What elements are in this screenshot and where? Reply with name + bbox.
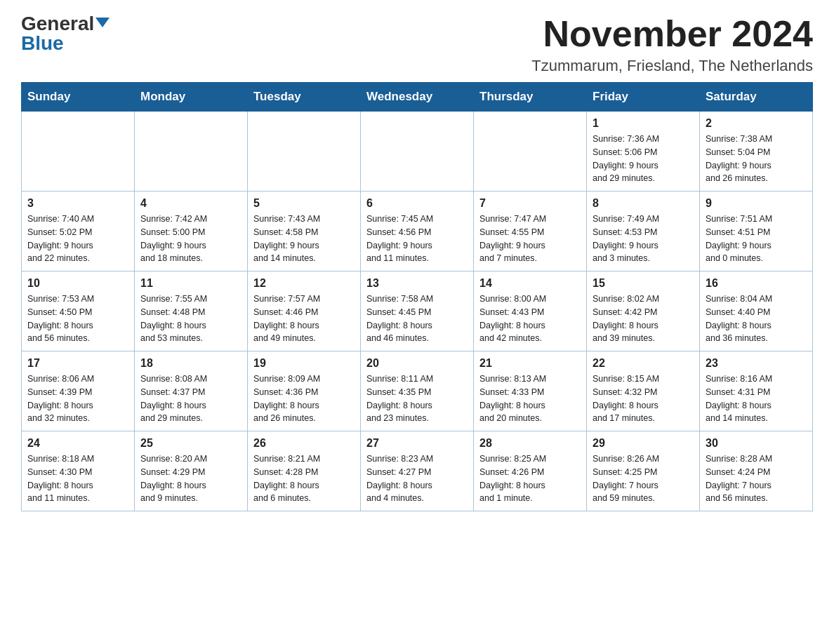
calendar-cell: 9Sunrise: 7:51 AMSunset: 4:51 PMDaylight… [700, 192, 813, 271]
day-number: 17 [27, 357, 128, 370]
header: General Blue November 2024 Tzummarum, Fr… [21, 14, 813, 75]
calendar-cell: 23Sunrise: 8:16 AMSunset: 4:31 PMDayligh… [700, 351, 813, 431]
day-number: 5 [253, 197, 355, 210]
day-info: Sunrise: 7:40 AMSunset: 5:02 PMDaylight:… [27, 213, 128, 265]
day-info: Sunrise: 8:20 AMSunset: 4:29 PMDaylight:… [140, 452, 241, 505]
calendar-cell: 3Sunrise: 7:40 AMSunset: 5:02 PMDaylight… [22, 192, 135, 271]
day-number: 14 [479, 277, 581, 290]
day-number: 20 [366, 357, 468, 370]
day-info: Sunrise: 7:49 AMSunset: 4:53 PMDaylight:… [593, 213, 694, 265]
day-info: Sunrise: 7:45 AMSunset: 4:56 PMDaylight:… [366, 213, 468, 265]
calendar-week-row: 24Sunrise: 8:18 AMSunset: 4:30 PMDayligh… [22, 431, 813, 511]
weekday-header-thursday: Thursday [474, 83, 587, 112]
day-info: Sunrise: 8:09 AMSunset: 4:36 PMDaylight:… [253, 373, 355, 425]
day-info: Sunrise: 8:08 AMSunset: 4:37 PMDaylight:… [140, 373, 241, 425]
day-info: Sunrise: 7:36 AMSunset: 5:06 PMDaylight:… [593, 133, 694, 185]
day-info: Sunrise: 7:51 AMSunset: 4:51 PMDaylight:… [706, 213, 807, 265]
day-number: 25 [140, 437, 241, 450]
calendar-week-row: 10Sunrise: 7:53 AMSunset: 4:50 PMDayligh… [22, 271, 813, 351]
day-info: Sunrise: 8:26 AMSunset: 4:25 PMDaylight:… [593, 452, 694, 505]
day-number: 3 [27, 197, 128, 210]
calendar-cell: 14Sunrise: 8:00 AMSunset: 4:43 PMDayligh… [474, 271, 587, 351]
calendar-cell [361, 112, 474, 192]
calendar-week-row: 3Sunrise: 7:40 AMSunset: 5:02 PMDaylight… [22, 192, 813, 271]
calendar-cell: 20Sunrise: 8:11 AMSunset: 4:35 PMDayligh… [361, 351, 474, 431]
day-info: Sunrise: 8:02 AMSunset: 4:42 PMDaylight:… [593, 293, 694, 345]
calendar-cell: 15Sunrise: 8:02 AMSunset: 4:42 PMDayligh… [587, 271, 700, 351]
day-number: 26 [253, 437, 355, 450]
location-title: Tzummarum, Friesland, The Netherlands [531, 57, 813, 75]
logo-arrow-icon [95, 18, 110, 27]
day-number: 2 [706, 117, 807, 130]
day-number: 30 [706, 437, 807, 450]
calendar-cell: 30Sunrise: 8:28 AMSunset: 4:24 PMDayligh… [700, 431, 813, 511]
calendar-cell: 19Sunrise: 8:09 AMSunset: 4:36 PMDayligh… [248, 351, 361, 431]
calendar-cell: 26Sunrise: 8:21 AMSunset: 4:28 PMDayligh… [248, 431, 361, 511]
calendar-cell: 25Sunrise: 8:20 AMSunset: 4:29 PMDayligh… [135, 431, 248, 511]
day-info: Sunrise: 8:06 AMSunset: 4:39 PMDaylight:… [27, 373, 128, 425]
day-info: Sunrise: 8:11 AMSunset: 4:35 PMDaylight:… [366, 373, 468, 425]
day-info: Sunrise: 7:55 AMSunset: 4:48 PMDaylight:… [140, 293, 241, 345]
day-number: 12 [253, 277, 355, 290]
calendar-cell: 8Sunrise: 7:49 AMSunset: 4:53 PMDaylight… [587, 192, 700, 271]
calendar-cell: 24Sunrise: 8:18 AMSunset: 4:30 PMDayligh… [22, 431, 135, 511]
calendar-week-row: 17Sunrise: 8:06 AMSunset: 4:39 PMDayligh… [22, 351, 813, 431]
calendar-cell: 13Sunrise: 7:58 AMSunset: 4:45 PMDayligh… [361, 271, 474, 351]
day-info: Sunrise: 8:28 AMSunset: 4:24 PMDaylight:… [706, 452, 807, 505]
day-number: 10 [27, 277, 128, 290]
day-number: 6 [366, 197, 468, 210]
day-number: 19 [253, 357, 355, 370]
weekday-header-row: SundayMondayTuesdayWednesdayThursdayFrid… [22, 83, 813, 112]
day-info: Sunrise: 7:57 AMSunset: 4:46 PMDaylight:… [253, 293, 355, 345]
calendar-cell: 5Sunrise: 7:43 AMSunset: 4:58 PMDaylight… [248, 192, 361, 271]
day-info: Sunrise: 8:15 AMSunset: 4:32 PMDaylight:… [593, 373, 694, 425]
day-number: 1 [593, 117, 694, 130]
day-info: Sunrise: 8:21 AMSunset: 4:28 PMDaylight:… [253, 452, 355, 505]
day-number: 21 [479, 357, 581, 370]
calendar-cell [474, 112, 587, 192]
day-number: 18 [140, 357, 241, 370]
day-number: 11 [140, 277, 241, 290]
weekday-header-monday: Monday [135, 83, 248, 112]
day-info: Sunrise: 8:16 AMSunset: 4:31 PMDaylight:… [706, 373, 807, 425]
calendar-cell: 1Sunrise: 7:36 AMSunset: 5:06 PMDaylight… [587, 112, 700, 192]
calendar-cell: 21Sunrise: 8:13 AMSunset: 4:33 PMDayligh… [474, 351, 587, 431]
calendar-week-row: 1Sunrise: 7:36 AMSunset: 5:06 PMDaylight… [22, 112, 813, 192]
calendar-cell: 18Sunrise: 8:08 AMSunset: 4:37 PMDayligh… [135, 351, 248, 431]
day-info: Sunrise: 8:23 AMSunset: 4:27 PMDaylight:… [366, 452, 468, 505]
calendar-cell: 16Sunrise: 8:04 AMSunset: 4:40 PMDayligh… [700, 271, 813, 351]
calendar-cell: 7Sunrise: 7:47 AMSunset: 4:55 PMDaylight… [474, 192, 587, 271]
calendar-cell: 17Sunrise: 8:06 AMSunset: 4:39 PMDayligh… [22, 351, 135, 431]
day-info: Sunrise: 7:42 AMSunset: 5:00 PMDaylight:… [140, 213, 241, 265]
day-info: Sunrise: 7:47 AMSunset: 4:55 PMDaylight:… [479, 213, 581, 265]
day-number: 13 [366, 277, 468, 290]
day-info: Sunrise: 7:43 AMSunset: 4:58 PMDaylight:… [253, 213, 355, 265]
day-number: 8 [593, 197, 694, 210]
calendar-cell: 11Sunrise: 7:55 AMSunset: 4:48 PMDayligh… [135, 271, 248, 351]
calendar-cell [22, 112, 135, 192]
calendar-cell: 4Sunrise: 7:42 AMSunset: 5:00 PMDaylight… [135, 192, 248, 271]
day-info: Sunrise: 7:58 AMSunset: 4:45 PMDaylight:… [366, 293, 468, 345]
calendar-cell: 22Sunrise: 8:15 AMSunset: 4:32 PMDayligh… [587, 351, 700, 431]
logo: General Blue [21, 14, 110, 53]
day-info: Sunrise: 8:00 AMSunset: 4:43 PMDaylight:… [479, 293, 581, 345]
weekday-header-tuesday: Tuesday [248, 83, 361, 112]
day-number: 7 [479, 197, 581, 210]
day-info: Sunrise: 8:25 AMSunset: 4:26 PMDaylight:… [479, 452, 581, 505]
calendar-cell: 29Sunrise: 8:26 AMSunset: 4:25 PMDayligh… [587, 431, 700, 511]
calendar-cell: 6Sunrise: 7:45 AMSunset: 4:56 PMDaylight… [361, 192, 474, 271]
weekday-header-friday: Friday [587, 83, 700, 112]
weekday-header-saturday: Saturday [700, 83, 813, 112]
calendar-cell [248, 112, 361, 192]
day-number: 27 [366, 437, 468, 450]
weekday-header-wednesday: Wednesday [361, 83, 474, 112]
day-info: Sunrise: 8:18 AMSunset: 4:30 PMDaylight:… [27, 452, 128, 505]
month-title: November 2024 [531, 14, 813, 54]
day-number: 24 [27, 437, 128, 450]
logo-blue-text: Blue [21, 34, 64, 53]
calendar-table: SundayMondayTuesdayWednesdayThursdayFrid… [21, 82, 813, 511]
day-number: 23 [706, 357, 807, 370]
title-area: November 2024 Tzummarum, Friesland, The … [531, 14, 813, 75]
calendar-cell: 2Sunrise: 7:38 AMSunset: 5:04 PMDaylight… [700, 112, 813, 192]
calendar-cell: 28Sunrise: 8:25 AMSunset: 4:26 PMDayligh… [474, 431, 587, 511]
